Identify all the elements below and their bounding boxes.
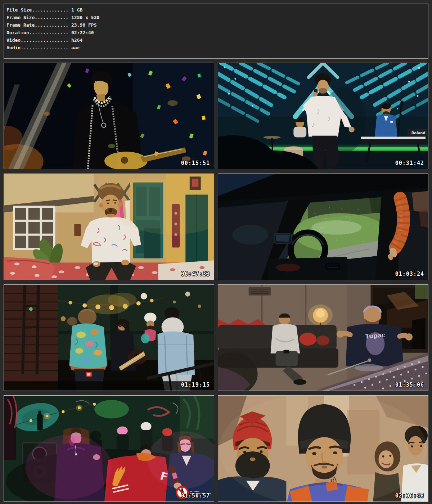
scene-beanie-closeup [218, 396, 428, 501]
video-thumbnail-3: 00:47:33 [4, 174, 214, 280]
scene-recording-studio: Tupac [218, 285, 428, 391]
timestamp-overlay: 01:50:57 [181, 492, 210, 499]
scene-car-interior [218, 174, 428, 280]
preview-sheet: File Size.............1 GB Frame Size...… [0, 0, 432, 504]
media-info-row-audio: Audio.................aac [6, 44, 428, 51]
video-thumbnail-6: Tupac 01:35: [218, 284, 428, 391]
media-info-row-framerate: Frame Rate............23.98 FPS [6, 21, 428, 29]
media-info-row-filesize: File Size.............1 GB [6, 6, 428, 14]
video-thumbnail-7: F ALCOHOL CONSUMPTION IS IN [4, 395, 214, 502]
media-info-row-video: Video.................h264 [6, 36, 428, 44]
scene-night-street [4, 285, 214, 391]
timestamp-overlay: 01:19:15 [181, 382, 210, 388]
media-info-row-duration: Duration..............02:22:40 [6, 29, 428, 36]
timestamp-overlay: 00:47:33 [181, 271, 210, 277]
video-thumbnail-2: YAMAHA Roland [218, 63, 428, 169]
timestamp-overlay: 01:03:24 [395, 271, 424, 277]
timestamp-overlay: 00:15:51 [181, 160, 210, 166]
media-info-panel: File Size.............1 GB Frame Size...… [4, 4, 428, 59]
scene-concert-confetti [4, 63, 214, 169]
video-thumbnail-1: 00:15:51 [4, 63, 214, 169]
video-thumbnail-8: 02:06:48 [218, 395, 428, 502]
timestamp-overlay: 02:06:48 [395, 492, 424, 499]
scene-stage-performance: YAMAHA Roland [218, 63, 428, 169]
timestamp-overlay: 00:31:42 [395, 160, 424, 166]
video-thumbnail-5: 01:19:15 [4, 284, 214, 391]
media-info-row-framesize: Frame Size............1280 x 538 [6, 14, 428, 21]
video-thumbnail-4: 01:03:24 [218, 174, 428, 280]
timestamp-overlay: 01:35:06 [395, 382, 424, 388]
keyboard-brand-label: Roland [411, 131, 426, 135]
scene-courtyard [4, 174, 214, 280]
